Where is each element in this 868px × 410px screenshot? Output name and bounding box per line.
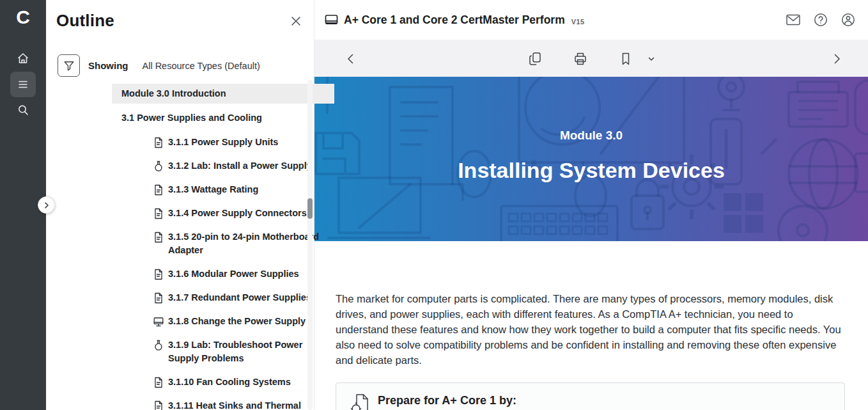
messages-button[interactable] [785, 12, 802, 28]
monitor-icon [153, 316, 164, 327]
outline-item[interactable]: 3.1.10 Fan Cooling Systems [112, 370, 334, 394]
document-icon [153, 208, 164, 219]
outline-menu-button[interactable] [10, 72, 36, 97]
outline-item[interactable]: 3.1.6 Modular Power Supplies [112, 262, 334, 286]
outline-item[interactable]: 3.1.1 Power Supply Units [112, 130, 334, 154]
outline-section-label: 3.1 Power Supplies and Cooling [121, 111, 262, 125]
chevron-right-icon [43, 201, 50, 209]
outline-item[interactable]: 3.1.7 Redundant Power Supplies [112, 286, 334, 310]
document-icon [153, 269, 164, 280]
outline-item[interactable]: 3.1.9 Lab: Troubleshoot Power Supply Pro… [112, 333, 334, 370]
outline-item-label: 3.1.8 Change the Power Supply [168, 315, 306, 328]
bookmark-button[interactable] [617, 51, 634, 67]
next-page-button[interactable] [828, 51, 845, 67]
outline-item[interactable]: 3.1.5 20-pin to 24-pin Motherboard Adapt… [112, 225, 334, 262]
outline-scrollbar-track[interactable] [307, 80, 313, 410]
filter-button[interactable] [58, 54, 80, 77]
outline-item-label: 3.1.3 Wattage Rating [168, 183, 258, 196]
lab-flask-icon [153, 161, 164, 172]
course-book-icon [325, 14, 338, 26]
app-window: C Outline [0, 0, 868, 410]
module-banner: Module 3.0 Installing System Devices [314, 77, 868, 241]
search-button[interactable] [10, 97, 36, 123]
filter-showing-label: Showing [88, 60, 128, 71]
outline-item[interactable]: 3.1.11 Heat Sinks and Thermal [112, 394, 334, 410]
outline-item-label: 3.1.6 Modular Power Supplies [168, 267, 299, 281]
outline-item-label: 3.1.11 Heat Sinks and Thermal [168, 399, 301, 410]
outline-panel: Outline Showing All Resource Types (Defa… [46, 0, 314, 410]
close-icon [290, 15, 302, 27]
account-button[interactable] [840, 12, 856, 28]
course-version-badge: V15 [571, 18, 585, 26]
outline-title: Outline [56, 11, 114, 31]
callout-title: Prepare for A+ Core 1 by: [378, 394, 516, 407]
outline-item-label: 3.1.4 Power Supply Connectors [168, 207, 307, 220]
previous-page-button[interactable] [343, 51, 359, 67]
outline-item-label: 3.1.10 Fan Cooling Systems [168, 375, 291, 389]
outline-item-label: 3.1.7 Redundant Power Supplies [168, 291, 311, 304]
outline-list: Module 3.0 Introduction 3.1 Power Suppli… [112, 84, 334, 410]
course-header: A+ Core 1 and Core 2 CertMaster Perform … [314, 0, 868, 40]
outline-item-selected[interactable]: Module 3.0 Introduction [112, 84, 334, 104]
chevron-left-icon [345, 53, 357, 65]
bookmark-icon [619, 52, 633, 66]
prepare-callout-card: Prepare for A+ Core 1 by: [336, 382, 845, 410]
outline-scrollbar-thumb[interactable] [307, 198, 313, 219]
lab-flask-icon [153, 340, 164, 351]
close-outline-button[interactable] [288, 13, 304, 29]
outline-item[interactable]: 3.1.4 Power Supply Connectors [112, 201, 334, 225]
document-icon [153, 377, 164, 388]
copy-button[interactable] [527, 51, 543, 67]
brand-logo[interactable]: C [0, 6, 46, 28]
mail-icon [786, 12, 801, 28]
funnel-icon [63, 60, 75, 72]
menu-icon [17, 78, 29, 91]
document-icon [153, 400, 164, 410]
panel-collapse-toggle[interactable] [38, 196, 55, 214]
banner-module-label: Module 3.0 [314, 129, 868, 143]
outline-item-label: Module 3.0 Introduction [121, 87, 226, 100]
print-icon [573, 52, 587, 66]
chevron-right-icon [831, 53, 842, 65]
outline-item[interactable]: 3.1.3 Wattage Rating [112, 178, 334, 201]
help-button[interactable] [812, 12, 829, 28]
main-area: A+ Core 1 and Core 2 CertMaster Perform … [314, 0, 868, 410]
search-icon [17, 104, 29, 116]
banner-title: Installing System Devices [314, 158, 868, 183]
account-icon [841, 12, 856, 28]
document-icon [153, 184, 164, 196]
outline-item-label: 3.1.1 Power Supply Units [168, 136, 278, 149]
document-icon [153, 137, 164, 148]
content-toolbar [314, 40, 868, 77]
chevron-down-icon [647, 55, 655, 63]
outline-section[interactable]: 3.1 Power Supplies and Cooling [112, 104, 334, 130]
home-button[interactable] [10, 45, 36, 71]
copy-icon [528, 52, 542, 66]
course-title: A+ Core 1 and Core 2 CertMaster Perform [344, 13, 565, 27]
print-button[interactable] [572, 51, 589, 67]
document-icon [153, 232, 164, 243]
outline-item-label: 3.1.2 Lab: Install a Power Supply [168, 159, 312, 173]
help-icon [813, 12, 828, 28]
gear-document-icon [350, 393, 369, 410]
outline-item[interactable]: 3.1.8 Change the Power Supply [112, 310, 334, 333]
bookmark-menu-button[interactable] [643, 51, 660, 67]
intro-paragraph: The market for computer parts is complic… [336, 291, 845, 368]
document-icon [153, 292, 164, 304]
home-icon [17, 52, 29, 65]
outline-item[interactable]: 3.1.2 Lab: Install a Power Supply [112, 154, 334, 178]
filter-value[interactable]: All Resource Types (Default) [143, 61, 260, 71]
